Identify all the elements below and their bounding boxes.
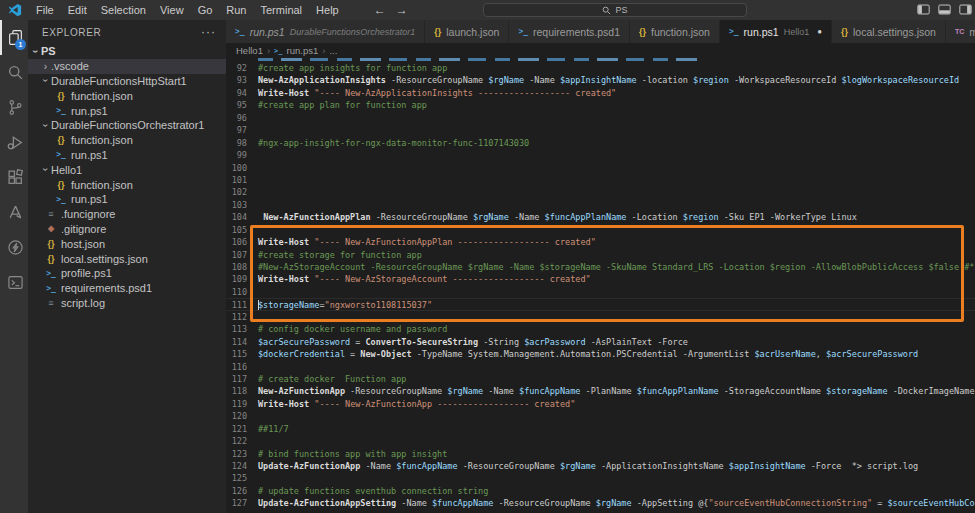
azure-icon[interactable]: [0, 195, 28, 230]
line-number: 103: [226, 199, 247, 211]
menu-help[interactable]: Help: [309, 4, 346, 16]
tree-item--gitignore[interactable]: ◆.gitignore: [28, 222, 226, 237]
tab-run-ps1[interactable]: >_run.ps1Hello1●: [720, 20, 832, 43]
ps-file-icon: >_: [44, 284, 58, 293]
ps-file-icon: >_: [44, 269, 58, 278]
code-line-104: 104 New-AzFunctionAppPlan -ResourceGroup…: [226, 211, 975, 223]
tree-item-local-settings-json[interactable]: {}local.settings.json: [28, 251, 226, 266]
azure-functions-icon[interactable]: [0, 230, 28, 265]
chevron-down-icon: ›: [40, 164, 51, 175]
code-line-126: 126# update functions eventhub connectio…: [226, 485, 975, 497]
search-icon: [602, 6, 611, 15]
code-token: -location: [637, 75, 693, 85]
line-number: 126: [226, 485, 247, 497]
code-token: # bind functions app with app insight: [258, 449, 447, 459]
tab-function-json[interactable]: {}function.json: [630, 20, 720, 43]
json-file-icon: {}: [44, 239, 58, 249]
tree-item-function-json[interactable]: {}function.json: [28, 133, 226, 148]
tree-item-host-json[interactable]: {}host.json: [28, 236, 226, 251]
explorer-more-actions-icon[interactable]: ···: [201, 25, 216, 39]
history-nav: ← →: [374, 3, 408, 17]
tree-item-durablefunctionsorchestrator1[interactable]: ›DurableFunctionsOrchestrator1: [28, 118, 226, 133]
tree-item-function-json[interactable]: {}function.json: [28, 177, 226, 192]
ps-file-icon: >_: [274, 47, 282, 55]
toggle-sidebar-icon[interactable]: [917, 4, 930, 15]
tree-item--vscode[interactable]: ›.vscode: [28, 59, 226, 74]
tree-item--funcignore[interactable]: ≡.funcignore: [28, 207, 226, 222]
tree-item-ps[interactable]: ›PS: [28, 44, 226, 59]
powershell-terminal-icon[interactable]: [0, 265, 28, 300]
tree-item-requirements-psd1[interactable]: >_requirements.psd1: [28, 281, 226, 296]
explorer-icon[interactable]: 1: [0, 20, 28, 55]
forward-arrow-icon[interactable]: →: [396, 3, 408, 17]
editor-group: >_run.ps1DurableFunctionsOrchestrator1{}…: [226, 20, 975, 513]
code-token: $rgName: [473, 212, 509, 222]
line-number: 97: [226, 124, 247, 136]
run-debug-icon[interactable]: [0, 125, 28, 160]
tree-item-label: DurableFunctionsHttpStart1: [51, 75, 187, 87]
breadcrumb-item[interactable]: Hello1: [236, 45, 263, 56]
code-area[interactable]: 92#create app insights for function app9…: [226, 58, 975, 513]
tree-item-profile-ps1[interactable]: >_profile.ps1: [28, 266, 226, 281]
line-number: 100: [226, 162, 247, 174]
tab-requirements-psd1[interactable]: >_requirements.psd1: [509, 20, 630, 43]
code-token: Update-AzFunctionApp: [258, 461, 360, 471]
menu-selection[interactable]: Selection: [94, 4, 153, 16]
code-line-101: 101: [226, 174, 975, 186]
source-control-icon[interactable]: [0, 90, 28, 125]
line-number: 110: [226, 286, 247, 298]
tree-item-script-log[interactable]: ≡script.log: [28, 296, 226, 311]
code-token: -Name: [360, 461, 396, 471]
code-token: -StorageAccountName: [719, 386, 826, 396]
menu-terminal[interactable]: Terminal: [254, 4, 310, 16]
line-number: 112: [226, 311, 247, 323]
tree-item-run-ps1[interactable]: >_run.ps1: [28, 103, 226, 118]
title-bar: FileEditSelectionViewGoRunTerminalHelp ←…: [0, 0, 975, 20]
menu-edit[interactable]: Edit: [61, 4, 94, 16]
menu-go[interactable]: Go: [191, 4, 220, 16]
toggle-panel-icon[interactable]: [938, 4, 951, 15]
tree-item-durablefunctionshttpstart1[interactable]: ›DurableFunctionsHttpStart1: [28, 74, 226, 89]
breadcrumb-item[interactable]: ...: [329, 45, 337, 56]
code-token: -DockerImageName: [888, 386, 975, 396]
extensions-icon[interactable]: [0, 160, 28, 195]
tab-bar: >_run.ps1DurableFunctionsOrchestrator1{}…: [226, 20, 975, 43]
tab-local-settings-json[interactable]: {}local.settings.json: [832, 20, 946, 43]
code-token: $region: [693, 75, 729, 85]
tree-item-label: run.ps1: [71, 193, 108, 205]
code-token: -ResourceGroupName: [386, 75, 488, 85]
tab-management-chinaclo[interactable]: TCmanagement.chinaclo: [946, 20, 975, 43]
code-line-99: 99: [226, 149, 975, 161]
breadcrumb-item[interactable]: run.ps1: [287, 45, 319, 56]
code-line-123: 123# bind functions app with app insight: [226, 448, 975, 460]
line-number: 98: [226, 137, 247, 149]
tab-run-ps1[interactable]: >_run.ps1DurableFunctionsOrchestrator1: [226, 20, 425, 43]
back-arrow-icon[interactable]: ←: [374, 3, 386, 17]
code-token: #New-AzStorageAccount -ResourceGroupName…: [258, 262, 975, 272]
code-token: $funcAppName: [396, 461, 457, 471]
menu-view[interactable]: View: [153, 4, 191, 16]
menu-run[interactable]: Run: [219, 4, 253, 16]
code-token: -Name: [483, 386, 519, 396]
chevron-down-icon: ›: [40, 120, 51, 131]
tree-item-run-ps1[interactable]: >_run.ps1: [28, 192, 226, 207]
code-token: Write-Host: [258, 88, 309, 98]
tree-item-run-ps1[interactable]: >_run.ps1: [28, 148, 226, 163]
line-number: 123: [226, 448, 247, 460]
menu-file[interactable]: File: [29, 4, 61, 16]
tree-item-function-json[interactable]: {}function.json: [28, 88, 226, 103]
code-token: Write-Host: [258, 274, 309, 284]
code-token: $funcAppName: [519, 386, 580, 396]
line-number: 107: [226, 249, 247, 261]
search-icon[interactable]: [0, 55, 28, 90]
command-center[interactable]: PS: [483, 3, 747, 17]
code-line-117: 117# create docker Function app: [226, 373, 975, 385]
toggle-secondary-sidebar-icon[interactable]: [959, 4, 972, 15]
code-line-113: 113# config docker username and password: [226, 323, 975, 335]
code-token: $appInsightName: [729, 461, 806, 471]
tree-item-label: DurableFunctionsOrchestrator1: [51, 119, 204, 131]
code-token: -Force *> script.log: [806, 461, 919, 471]
code-line-121: 121##11/7: [226, 423, 975, 435]
tab-launch-json[interactable]: {}launch.json: [425, 20, 509, 43]
tree-item-hello1[interactable]: ›Hello1: [28, 162, 226, 177]
